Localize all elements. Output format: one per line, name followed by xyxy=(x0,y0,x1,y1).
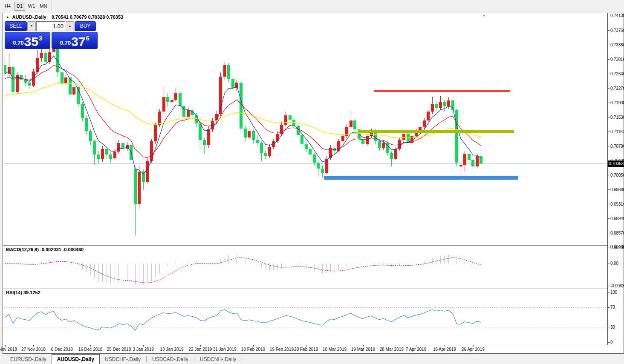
rsi-axis-tick xyxy=(608,307,610,308)
date-axis-label: 19 Feb 2019 xyxy=(270,347,294,352)
price-axis-label: 0.68570 xyxy=(610,231,624,236)
price-axis-label: 0.72640 xyxy=(610,72,624,77)
rsi-axis-label: 70 xyxy=(610,305,615,310)
rsi-pane-divider[interactable] xyxy=(3,288,624,289)
date-axis-label: 6 Dec 2018 xyxy=(51,347,73,352)
date-axis-label: 10 Feb 2019 xyxy=(241,347,265,352)
tab-usdchf[interactable]: USDCHF-,Daily xyxy=(100,355,146,364)
buy-button[interactable]: BUY xyxy=(75,21,96,31)
price-axis-label: 0.73010 xyxy=(610,57,624,62)
price-axis-tick xyxy=(608,132,610,132)
buy-price-big: 37 xyxy=(71,36,85,47)
price-axis-tick xyxy=(608,45,610,45)
date-axis-tick xyxy=(225,345,225,347)
timeframe-button-h4[interactable]: H4 xyxy=(2,2,13,11)
date-axis-tick xyxy=(306,345,306,347)
tab-separator xyxy=(242,356,242,362)
date-axis-tick xyxy=(90,345,91,347)
date-axis-tick xyxy=(62,345,62,347)
chart-title: ▲ AUDUSD-,Daily 0.70541 0.70679 0.70328 … xyxy=(6,14,123,20)
date-axis-tick xyxy=(416,345,416,347)
rsi-axis-tick xyxy=(608,292,610,293)
tab-eurusd[interactable]: EURUSD-,Daily xyxy=(5,355,52,364)
bull-candle-bodies xyxy=(8,47,479,204)
sell-price-prefix: 0.70 xyxy=(13,40,23,46)
rsi-axis-label: 30 xyxy=(610,325,615,330)
timeframe-button-w1[interactable]: W1 xyxy=(26,2,37,11)
date-axis-tick xyxy=(5,345,6,347)
date-axis-tick xyxy=(200,345,201,347)
chart-shift-marker-icon[interactable]: ▼ xyxy=(482,14,486,18)
sell-price-big: 35 xyxy=(24,36,38,47)
price-axis-tick xyxy=(608,189,610,190)
buy-price-button[interactable]: 0.70 37 6 xyxy=(52,32,98,49)
macd-axis-tick xyxy=(608,286,610,286)
rsi-indicator-chart[interactable] xyxy=(4,289,606,344)
date-axis-tick xyxy=(172,345,172,347)
date-axis-label: 13 Jan 2019 xyxy=(160,347,184,352)
price-axis-tick xyxy=(608,103,610,103)
bear-candle-wicks xyxy=(5,45,481,235)
chart-symbol-label: AUDUSD-,Daily xyxy=(12,14,46,20)
macd-pane-divider[interactable] xyxy=(3,245,624,246)
price-axis-label: 0.73380 xyxy=(610,43,624,48)
volume-input[interactable] xyxy=(36,21,65,31)
macd-axis-label: -0.00639 xyxy=(610,284,624,289)
macd-signal-line xyxy=(5,258,481,283)
date-axis-tick xyxy=(392,345,392,347)
collapse-triangle-icon[interactable]: ▲ xyxy=(6,15,9,19)
tab-usdcnh[interactable]: USDCNH-,Daily xyxy=(195,355,241,364)
volume-increase-button[interactable]: ▲ xyxy=(66,21,74,31)
rsi-axis-tick xyxy=(608,342,610,343)
date-axis-label: 31 Jan 2019 xyxy=(213,347,237,352)
volume-decrease-button[interactable]: ▼ xyxy=(27,21,36,31)
chart-window: ▲ AUDUSD-,Daily 0.70541 0.70679 0.70328 … xyxy=(3,13,624,354)
date-axis-label: 18 Nov 2018 xyxy=(0,347,17,352)
timeframe-button-mn[interactable]: MN xyxy=(38,2,49,11)
tab-usdcad[interactable]: USDCAD-,Daily xyxy=(147,355,194,364)
timeframe-toolbar: H4 D1 W1 MN xyxy=(0,0,624,12)
macd-label: MACD(12,26,9) -0.002031 -0.000460 xyxy=(6,247,84,252)
rsi-axis-label: 0 xyxy=(610,340,612,345)
moving-average-line-13 xyxy=(5,66,481,158)
price-axis-label: 0.70790 xyxy=(610,144,624,149)
date-axis-label: 28 Mar 2019 xyxy=(380,347,404,352)
date-axis-label: 7 Apr 2019 xyxy=(406,347,426,352)
macd-histogram xyxy=(5,254,481,285)
tab-audusd[interactable]: AUDUSD-,Daily xyxy=(52,354,100,364)
date-axis-tick xyxy=(253,345,254,347)
price-axis-label: 0.70050 xyxy=(610,173,624,178)
sell-button[interactable]: SELL xyxy=(5,21,27,31)
date-axis-label: 27 Nov 2018 xyxy=(21,347,46,352)
price-axis-label: 0.69680 xyxy=(610,187,624,192)
macd-axis-label: 0.00 xyxy=(610,261,618,266)
buy-price-sup: 6 xyxy=(86,35,89,42)
moving-average-line-5 xyxy=(5,56,481,174)
date-axis-tick xyxy=(335,345,335,347)
price-axis-tick xyxy=(608,74,610,74)
tab-separator xyxy=(194,356,194,362)
price-axis-label: 0.71160 xyxy=(610,129,624,135)
sell-price-button[interactable]: 0.70 35 3 xyxy=(5,32,50,49)
date-axis-label: 3 Jan 2019 xyxy=(133,347,154,352)
date-axis-tick xyxy=(473,345,474,347)
macd-axis-tick xyxy=(608,264,610,264)
price-axis-tick xyxy=(608,233,610,233)
price-axis-label: 0.71900 xyxy=(610,100,624,106)
date-axis-label: 10 Mar 2019 xyxy=(323,347,347,352)
date-axis-label: 26 Apr 2019 xyxy=(462,347,485,352)
rsi-axis-label: 100 xyxy=(610,290,617,295)
price-axis-label: 0.68940 xyxy=(610,216,624,221)
price-axis-tick xyxy=(608,218,610,219)
date-axis-tick xyxy=(33,345,34,347)
chart-ohlc-values: 0.70541 0.70679 0.70328 0.70353 xyxy=(52,14,123,20)
timeframe-button-d1[interactable]: D1 xyxy=(14,2,25,11)
price-axis-label: 0.73750 xyxy=(610,28,624,33)
date-axis-tick xyxy=(143,345,144,347)
price-axis-tick xyxy=(608,117,610,118)
macd-indicator-chart[interactable] xyxy=(4,246,606,288)
price-axis-tick xyxy=(608,30,610,31)
price-axis-tick xyxy=(608,248,610,248)
price-axis: 0.70353 0.741300.737500.733800.730100.72… xyxy=(607,13,624,345)
date-axis-label: 22 Jan 2019 xyxy=(188,347,212,352)
